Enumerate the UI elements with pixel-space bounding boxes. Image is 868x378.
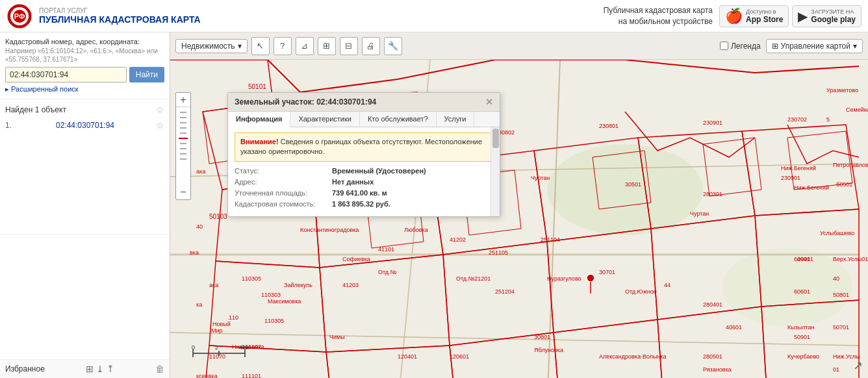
zoom-tick <box>180 158 186 160</box>
results-section: Найден 1 объект ☆ 1. 02:44:030701:94 ☆ <box>0 99 170 235</box>
svg-text:4км: 4км <box>239 346 249 351</box>
favorites-download-icon[interactable]: ⤓ <box>96 364 104 374</box>
legend-checkbox-row: Легенда <box>720 42 761 51</box>
svg-text:Зайлекуль: Зайлекуль <box>284 282 313 288</box>
left-panel: Кадастровый номер, адрес, координата: На… <box>0 32 170 378</box>
legend-checkbox[interactable] <box>720 42 728 50</box>
svg-text:Отд.Южное: Отд.Южное <box>625 288 657 295</box>
tab-services[interactable]: Услуги <box>437 112 475 127</box>
svg-text:ксеевка: ксеевка <box>196 373 217 378</box>
svg-text:ака: ака <box>209 282 218 288</box>
svg-text:30501: 30501 <box>625 181 641 188</box>
portal-label: ПОРТАЛ УСЛУГ <box>39 7 201 14</box>
svg-text:50901: 50901 <box>794 334 810 340</box>
result-link[interactable]: 02:44:030701:94 <box>56 121 114 130</box>
svg-text:0: 0 <box>192 346 195 351</box>
print-tool-button[interactable]: 🖨 <box>362 37 380 55</box>
zoom-controls: + − <box>175 92 191 200</box>
chevron-down-icon: ▾ <box>238 42 242 51</box>
svg-text:280301: 280301 <box>703 191 722 197</box>
settings-tool-button[interactable]: 🔧 <box>384 37 402 55</box>
info-tool-button[interactable]: ? <box>274 37 292 55</box>
header-left: РФ ПОРТАЛ УСЛУГ ПУБЛИЧНАЯ КАДАСТРОВАЯ КА… <box>6 3 201 29</box>
grid-tool-button[interactable]: ⊟ <box>340 37 358 55</box>
map-area[interactable]: Недвижимость ▾ ↖ ? ⊿ ⊞ ⊟ 🖨 🔧 Легенда ⊞ У… <box>170 32 868 378</box>
favorites-export-icon[interactable]: ⊞ <box>86 364 94 374</box>
zoom-out-button[interactable]: − <box>176 185 190 199</box>
popup-row-address: Адрес: Нет данных <box>235 178 493 186</box>
svg-text:5: 5 <box>826 116 830 123</box>
apple-icon: 🍎 <box>725 9 743 23</box>
svg-text:251104: 251104 <box>541 236 560 243</box>
property-type-dropdown[interactable]: Недвижимость ▾ <box>175 39 248 53</box>
svg-text:230702: 230702 <box>787 116 807 123</box>
favorites-label: Избранное <box>5 364 45 373</box>
search-button[interactable]: Найти <box>129 67 164 82</box>
popup-header: Земельный участок: 02:44:030701:94 ✕ <box>228 93 500 112</box>
svg-text:Новый: Новый <box>212 321 231 327</box>
tab-characteristics[interactable]: Характеристики <box>290 112 360 127</box>
scale-visual: 0 2 4км <box>190 346 255 359</box>
left-panel-spacer <box>0 235 170 360</box>
svg-text:Ниж.Бегеняй: Ниж.Бегеняй <box>781 165 816 171</box>
svg-text:30701: 30701 <box>599 269 615 275</box>
legend-label: Легенда <box>731 42 761 51</box>
google-play-button[interactable]: ▶ ЗАГРУЗИТЕ НА Google play <box>792 5 862 27</box>
header-right: Публичная кадастровая карта на мобильном… <box>604 5 862 27</box>
zoom-in-button[interactable]: + <box>176 93 190 107</box>
advanced-search-link[interactable]: ▸ Расширенный поиск <box>5 85 164 94</box>
zoom-slider[interactable] <box>176 107 190 185</box>
svg-text:Верх.Услы01: Верх.Услы01 <box>833 256 868 262</box>
svg-text:Отд.№21201: Отд.№21201 <box>456 275 491 282</box>
svg-point-134 <box>587 274 594 282</box>
mobile-promo: Публичная кадастровая карта на мобильном… <box>604 5 713 27</box>
svg-text:Кучербаево: Кучербаево <box>787 353 819 360</box>
svg-text:251105: 251105 <box>489 249 508 256</box>
map-canvas[interactable]: 50101 50103 20701 20801 230802 230801 23… <box>170 60 868 378</box>
search-hint: Например «61:6:10104:12», «61:6:», «Моск… <box>5 47 164 64</box>
zoom-tick <box>180 143 186 144</box>
svg-text:Кызылтан: Кызылтан <box>787 324 815 331</box>
tab-service-provider[interactable]: Кто обслуживает? <box>360 112 437 127</box>
app-store-button[interactable]: 🍎 Доступно в App Store <box>719 5 789 27</box>
svg-text:Семейкино: Семейкино <box>846 107 868 113</box>
layers-tool-button[interactable]: ⊞ <box>318 37 336 55</box>
svg-text:44: 44 <box>664 282 670 288</box>
svg-point-6 <box>547 144 703 235</box>
svg-text:110: 110 <box>229 314 238 321</box>
svg-text:40: 40 <box>196 223 203 230</box>
favorites-trash-icon[interactable]: 🗑 <box>155 364 164 374</box>
result-index: 1. <box>5 121 12 130</box>
scrollbar[interactable] <box>491 127 500 216</box>
results-count: Найден 1 объект <box>5 105 66 114</box>
svg-text:110303: 110303 <box>261 292 281 298</box>
svg-text:01: 01 <box>833 366 839 373</box>
zoom-tick <box>180 122 186 123</box>
measure-tool-button[interactable]: ⊿ <box>296 37 314 55</box>
svg-text:Чимы: Чимы <box>329 334 345 340</box>
results-header: Найден 1 объект ☆ <box>5 105 164 115</box>
svg-text:30801: 30801 <box>534 334 550 340</box>
popup-close-button[interactable]: ✕ <box>485 97 493 107</box>
tab-information[interactable]: Информация <box>228 112 290 127</box>
main: Кадастровый номер, адрес, координата: На… <box>0 32 868 378</box>
search-input[interactable] <box>5 67 127 82</box>
svg-text:Услыбашево: Услыбашево <box>820 230 854 236</box>
svg-text:2: 2 <box>215 346 218 351</box>
warning-bold: Внимание! <box>240 138 279 145</box>
cursor-tool-button[interactable]: ↖ <box>251 37 270 55</box>
favorites-upload-icon[interactable]: ⤒ <box>107 364 114 374</box>
favorites-icons: ⊞ ⤓ ⤒ <box>86 364 114 374</box>
svg-text:Константиноградовка: Константиноградовка <box>300 227 359 233</box>
svg-text:ака: ака <box>196 168 205 175</box>
svg-text:230801: 230801 <box>599 123 619 129</box>
scale-svg: 0 2 4км <box>190 346 255 359</box>
scrollbar-thumb <box>492 129 499 148</box>
zoom-tick <box>179 138 188 139</box>
svg-text:50101: 50101 <box>248 83 266 90</box>
svg-text:40601: 40601 <box>726 324 742 331</box>
manage-map-button[interactable]: ⊞ Управление картой ▾ <box>766 39 863 53</box>
svg-text:41202: 41202 <box>450 236 466 243</box>
svg-text:Яблуновка: Яблуновка <box>534 347 563 353</box>
popup-row-status: Статус: Временный (Удостоверен) <box>235 167 493 175</box>
